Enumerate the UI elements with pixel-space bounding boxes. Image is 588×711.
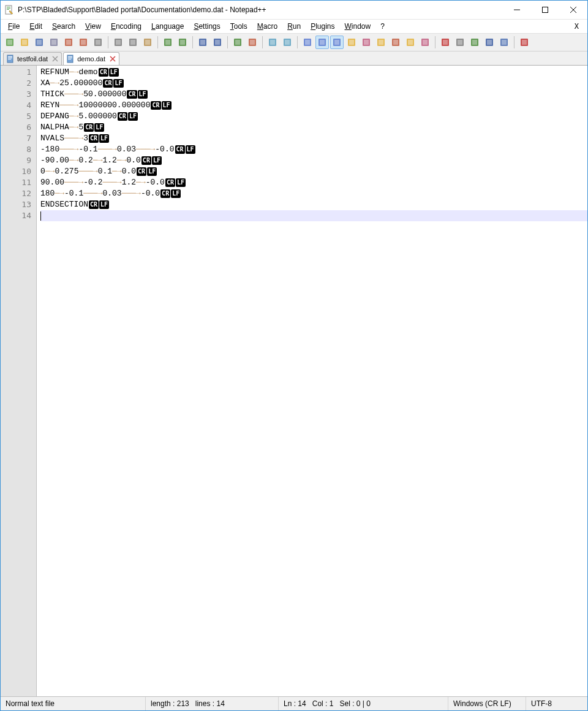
minimize-button[interactable] [503, 1, 531, 19]
doc-list-icon[interactable] [374, 36, 388, 49]
line-number[interactable]: 7 [1, 133, 31, 144]
code-line[interactable]: -90.00─→0.2─→1.2─→0.0CRLF [40, 155, 587, 166]
folder-icon[interactable] [404, 36, 417, 49]
save-icon[interactable] [32, 36, 46, 49]
redo-icon[interactable] [176, 36, 189, 49]
tab-char: ───→ [59, 100, 78, 111]
code-line[interactable]: 0─→0.275───→0.1─→0.0CRLF [40, 166, 587, 177]
zoom-in-icon[interactable] [231, 36, 244, 49]
code-line[interactable]: DEPANG─→5.000000CRLF [40, 111, 587, 122]
code-line[interactable]: NVALS───→3CRLF [40, 133, 587, 144]
close-all-icon[interactable] [77, 36, 90, 49]
copy-icon[interactable] [126, 36, 140, 49]
tab-demo-dat[interactable]: demo.dat [63, 52, 119, 65]
zoom-out-icon[interactable] [246, 36, 259, 49]
line-number[interactable]: 12 [1, 188, 31, 199]
svg-rect-6 [7, 40, 12, 45]
save-all-icon[interactable] [47, 36, 61, 49]
tab-testfoil-dat[interactable]: testfoil.dat [3, 52, 62, 65]
wordwrap-icon[interactable] [301, 36, 314, 49]
line-number[interactable]: 5 [1, 111, 31, 122]
cut-icon[interactable] [111, 36, 125, 49]
line-number[interactable]: 10 [1, 166, 31, 177]
menu-macro[interactable]: Macro [252, 21, 282, 32]
line-number[interactable]: 8 [1, 144, 31, 155]
status-encoding[interactable]: UTF-8 [526, 697, 588, 710]
menu-tools[interactable]: Tools [225, 21, 252, 32]
menu-file[interactable]: File [3, 21, 24, 32]
file-icon [66, 55, 75, 63]
menu-run[interactable]: Run [282, 21, 306, 32]
play-multi-icon[interactable] [483, 36, 496, 49]
line-number[interactable]: 1 [1, 67, 31, 78]
stop-macro-icon[interactable] [453, 36, 467, 49]
func-list-icon[interactable] [389, 36, 402, 49]
line-number[interactable]: 14 [1, 210, 31, 221]
sync-v-icon[interactable] [266, 36, 279, 49]
close-window-button[interactable] [559, 1, 587, 19]
udlang-icon[interactable] [345, 36, 358, 49]
record-macro-icon[interactable] [439, 36, 452, 49]
sync-h-icon[interactable] [281, 36, 294, 49]
line-number[interactable]: 13 [1, 199, 31, 210]
titlebar[interactable]: P:\STP\Bladed\Support\Bladed portal\Docu… [1, 1, 587, 20]
line-number[interactable]: 9 [1, 155, 31, 166]
doc-map-icon[interactable] [360, 36, 373, 49]
show-all-chars-icon[interactable] [315, 36, 329, 49]
line-number[interactable]: 4 [1, 100, 31, 111]
line-number[interactable]: 2 [1, 78, 31, 89]
menu-search[interactable]: Search [47, 21, 80, 32]
close-icon[interactable] [62, 36, 75, 49]
paste-icon[interactable] [141, 36, 154, 49]
line-number[interactable]: 6 [1, 122, 31, 133]
tab-close-button[interactable] [109, 55, 116, 63]
find-icon[interactable] [196, 36, 209, 49]
tab-char: ───→ [102, 177, 121, 188]
code-line[interactable]: ENDSECTIONCRLF [40, 199, 587, 210]
menu-language[interactable]: Language [146, 21, 189, 32]
menu-edit[interactable]: Edit [24, 21, 47, 32]
status-filetype: Normal text file [1, 697, 146, 710]
code-line[interactable]: REFNUM─→demoCRLF [40, 67, 587, 78]
play-macro-icon[interactable] [468, 36, 481, 49]
svg-rect-76 [68, 56, 72, 57]
code-line[interactable]: 180─→-0.1───→0.03───→-0.0CRLF [40, 188, 587, 199]
svg-rect-56 [408, 40, 413, 45]
svg-rect-14 [66, 40, 71, 45]
status-position: Ln : 14 Col : 1 Sel : 0 | 0 [279, 697, 448, 710]
code-line[interactable]: NALPHA─→5CRLF [40, 122, 587, 133]
status-eol[interactable]: Windows (CR LF) [448, 697, 526, 710]
menu-view[interactable]: View [80, 21, 106, 32]
menu-encoding[interactable]: Encoding [106, 21, 146, 32]
print-icon[interactable] [91, 36, 105, 49]
eol-marker: CRLF [175, 145, 195, 154]
maximize-button[interactable] [531, 1, 559, 19]
line-number[interactable]: 3 [1, 89, 31, 100]
save-macro-icon[interactable] [497, 36, 511, 49]
code-line[interactable]: XA─→25.000000CRLF [40, 78, 587, 89]
undo-icon[interactable] [161, 36, 175, 49]
new-file-icon[interactable] [3, 36, 17, 49]
code-line[interactable]: -180───→-0.1───→0.03───→-0.0CRLF [40, 144, 587, 155]
close-document-button[interactable]: X [568, 21, 585, 32]
indent-guide-icon[interactable] [330, 36, 344, 49]
tab-close-button[interactable] [51, 55, 59, 63]
monitor-icon[interactable] [418, 36, 432, 49]
code-line[interactable]: REYN───→10000000.000000CRLF [40, 100, 587, 111]
code-line[interactable] [40, 210, 587, 221]
open-file-icon[interactable] [18, 36, 31, 49]
menu-settings[interactable]: Settings [189, 21, 225, 32]
code-line[interactable]: THICK───→50.000000CRLF [40, 89, 587, 100]
replace-icon[interactable] [211, 36, 224, 49]
menu-window[interactable]: Window [340, 21, 376, 32]
menu-[interactable]: ? [375, 21, 390, 32]
code-area[interactable]: REFNUM─→demoCRLFXA─→25.000000CRLFTHICK──… [37, 66, 587, 696]
eol-marker: CRLF [150, 101, 171, 110]
line-number-gutter[interactable]: 1234567891011121314 [1, 66, 37, 696]
menu-plugins[interactable]: Plugins [306, 21, 339, 32]
tab-char: ───→ [59, 144, 78, 155]
spellcheck-icon[interactable] [518, 36, 531, 49]
line-number[interactable]: 11 [1, 177, 31, 188]
svg-rect-42 [305, 40, 310, 45]
code-line[interactable]: 90.00───→-0.2───→1.2─→-0.0CRLF [40, 177, 587, 188]
